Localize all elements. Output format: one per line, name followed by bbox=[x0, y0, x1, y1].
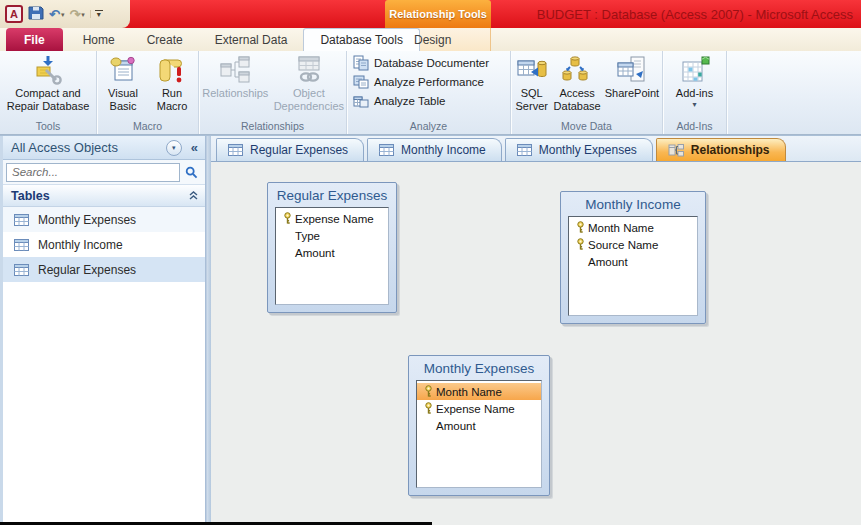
field-row[interactable]: Expense Name bbox=[417, 400, 541, 417]
nav-menu-button[interactable]: ▾ bbox=[166, 140, 182, 156]
ribbon: Compact and Repair Database Tools Visual… bbox=[0, 51, 861, 135]
group-label-add-ins: Add-Ins bbox=[663, 119, 726, 134]
redo-button[interactable]: ↷▾ bbox=[69, 8, 84, 21]
access-window: BUDGET : Database (Access 2007) - Micros… bbox=[0, 0, 861, 525]
sharepoint-icon bbox=[616, 55, 648, 85]
run-macro-button[interactable]: Run Macro bbox=[149, 54, 196, 112]
tab-design[interactable]: Design bbox=[398, 28, 467, 51]
double-chevron-left-icon: « bbox=[191, 140, 198, 155]
redo-icon: ↷ bbox=[69, 8, 80, 21]
visual-basic-button[interactable]: Visual Basic bbox=[100, 54, 147, 112]
ribbon-group-analyze: Database Documenter Analyze Performance bbox=[347, 51, 511, 134]
save-icon bbox=[28, 5, 44, 20]
field-row[interactable]: Source Name bbox=[569, 236, 697, 253]
relationships-icon bbox=[219, 55, 251, 85]
relationship-table-regular-expenses[interactable]: Regular Expenses Expense Name Type Amoun… bbox=[267, 182, 397, 313]
relationship-table-monthly-income[interactable]: Monthly Income Month Name Source Name Am… bbox=[560, 191, 706, 324]
compact-repair-icon bbox=[32, 55, 64, 85]
run-macro-icon bbox=[156, 55, 188, 85]
relationship-table-monthly-expenses[interactable]: Monthly Expenses Month Name Expense Name… bbox=[408, 355, 550, 496]
ribbon-group-add-ins: Add-ins ▾ Add-Ins bbox=[663, 51, 727, 134]
search-input[interactable] bbox=[6, 163, 180, 182]
document-tab-bar: Regular Expenses Monthly Income Monthly … bbox=[211, 136, 861, 162]
field-row[interactable]: Amount bbox=[569, 253, 697, 270]
field-list: Month Name Source Name Amount bbox=[568, 216, 698, 316]
relationships-canvas[interactable]: Regular Expenses Expense Name Type Amoun… bbox=[211, 162, 861, 525]
table-icon bbox=[14, 264, 29, 276]
field-row[interactable]: Type bbox=[276, 227, 388, 244]
contextual-tools-header: Relationship Tools bbox=[385, 0, 491, 28]
primary-key-icon bbox=[282, 212, 293, 225]
compact-repair-button[interactable]: Compact and Repair Database bbox=[2, 54, 94, 112]
primary-key-icon bbox=[575, 221, 586, 234]
access-app-icon[interactable]: A bbox=[5, 5, 23, 23]
doc-tab-relationships[interactable]: Relationships bbox=[656, 138, 786, 161]
group-label-macro: Macro bbox=[97, 119, 198, 134]
primary-key-icon bbox=[575, 238, 586, 251]
sql-server-icon bbox=[516, 55, 548, 85]
table-icon bbox=[517, 144, 532, 156]
analyze-table-button[interactable]: Analyze Table bbox=[353, 93, 489, 109]
field-list: Expense Name Type Amount bbox=[275, 207, 389, 305]
tab-file[interactable]: File bbox=[6, 28, 63, 51]
relationships-diagram-icon bbox=[668, 144, 684, 157]
access-database-button[interactable]: Access Database bbox=[552, 54, 601, 112]
field-list: Month Name Expense Name Amount bbox=[416, 380, 542, 488]
field-row-selected[interactable]: Month Name bbox=[417, 383, 541, 400]
customize-qat-button[interactable]: ▾ bbox=[90, 10, 103, 18]
group-label-tools: Tools bbox=[0, 119, 96, 134]
group-label-relationships: Relationships bbox=[199, 119, 346, 134]
undo-button[interactable]: ↶▾ bbox=[49, 8, 64, 21]
sharepoint-button[interactable]: SharePoint bbox=[604, 54, 660, 100]
analyze-performance-icon bbox=[353, 74, 369, 90]
tab-create[interactable]: Create bbox=[131, 28, 199, 51]
ribbon-group-relationships: Relationships Object Dependencies Relati… bbox=[199, 51, 347, 134]
doc-tab-monthly-expenses[interactable]: Monthly Expenses bbox=[505, 138, 653, 161]
ribbon-group-move-data: SQL Server Access Database bbox=[511, 51, 663, 134]
table-title: Regular Expenses bbox=[275, 185, 389, 207]
field-row[interactable]: Month Name bbox=[569, 219, 697, 236]
field-row[interactable]: Amount bbox=[276, 244, 388, 261]
search-icon bbox=[185, 166, 198, 179]
nav-section-tables[interactable]: Tables bbox=[3, 185, 205, 207]
tab-external-data[interactable]: External Data bbox=[199, 28, 304, 51]
primary-key-icon bbox=[423, 385, 434, 398]
search-button[interactable] bbox=[180, 166, 202, 179]
access-database-icon bbox=[561, 55, 593, 85]
ribbon-filler bbox=[727, 51, 861, 134]
tab-home[interactable]: Home bbox=[67, 28, 131, 51]
nav-item-regular-expenses[interactable]: Regular Expenses bbox=[3, 257, 205, 282]
field-row[interactable]: Expense Name bbox=[276, 210, 388, 227]
navigation-pane: All Access Objects ▾ « Tables Monthly Ex… bbox=[0, 136, 205, 525]
nav-item-monthly-income[interactable]: Monthly Income bbox=[3, 232, 205, 257]
chevron-down-icon: ▾ bbox=[692, 101, 696, 109]
ribbon-group-macro: Visual Basic Run Macro Macro bbox=[97, 51, 199, 134]
shutter-bar-close-button[interactable]: « bbox=[188, 140, 201, 155]
ribbon-tab-bar: File Home Create External Data Database … bbox=[0, 28, 861, 51]
group-label-analyze: Analyze bbox=[347, 119, 510, 134]
field-row[interactable]: Amount bbox=[417, 417, 541, 434]
relationships-button: Relationships bbox=[201, 54, 270, 100]
table-icon bbox=[228, 144, 243, 156]
object-dependencies-icon bbox=[293, 55, 325, 85]
save-button[interactable] bbox=[28, 5, 44, 23]
quick-access-toolbar: A ↶▾ ↷▾ ▾ bbox=[0, 0, 130, 28]
undo-icon: ↶ bbox=[49, 8, 60, 21]
table-icon bbox=[14, 239, 29, 251]
nav-pane-title: All Access Objects bbox=[11, 140, 166, 155]
add-ins-button[interactable]: Add-ins ▾ bbox=[668, 54, 722, 109]
doc-tab-regular-expenses[interactable]: Regular Expenses bbox=[216, 138, 364, 161]
object-dependencies-button: Object Dependencies bbox=[274, 54, 344, 112]
nav-item-monthly-expenses[interactable]: Monthly Expenses bbox=[3, 207, 205, 232]
doc-tab-monthly-income[interactable]: Monthly Income bbox=[367, 138, 502, 161]
database-documenter-button[interactable]: Database Documenter bbox=[353, 55, 489, 71]
chevrons-up-icon[interactable] bbox=[188, 190, 199, 201]
sql-server-button[interactable]: SQL Server bbox=[513, 54, 550, 112]
nav-search-row bbox=[3, 160, 205, 185]
nav-pane-header[interactable]: All Access Objects ▾ « bbox=[3, 136, 205, 160]
table-title: Monthly Expenses bbox=[416, 358, 542, 380]
chevron-down-icon: ▾ bbox=[172, 144, 176, 152]
add-ins-icon bbox=[679, 55, 711, 85]
analyze-performance-button[interactable]: Analyze Performance bbox=[353, 74, 489, 90]
primary-key-icon bbox=[423, 402, 434, 415]
